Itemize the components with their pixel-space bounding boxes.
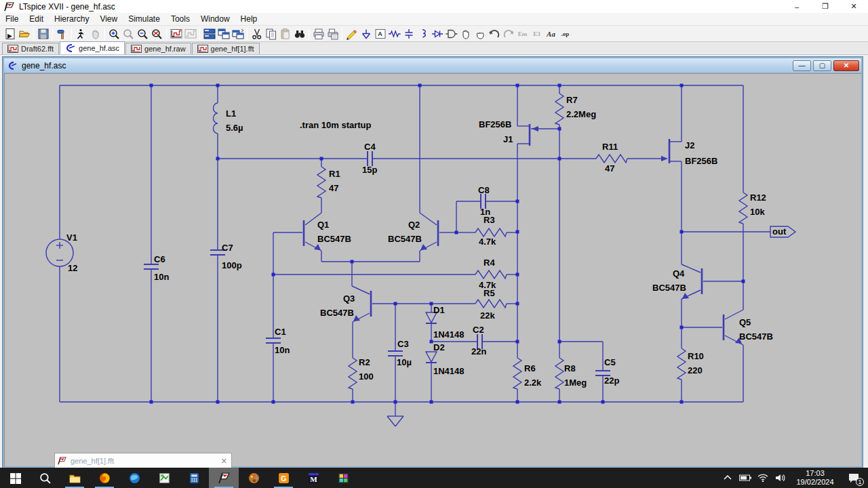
tab-gene-hf-raw[interactable]: gene_hf.raw <box>125 43 191 54</box>
capacitor-button[interactable] <box>401 27 416 41</box>
tab-draft62-fft[interactable]: Draft62.fft <box>2 43 59 54</box>
copy-button[interactable] <box>264 27 278 41</box>
svg-text:C1: C1 <box>275 327 286 337</box>
toolbar-separator <box>52 28 53 40</box>
zoom-in-button[interactable] <box>107 27 121 41</box>
toolbar-separator <box>166 28 167 40</box>
zoom-out-button[interactable] <box>136 27 150 41</box>
svg-text:BC547B: BC547B <box>652 283 686 293</box>
tray-chevron-icon[interactable] <box>720 468 735 488</box>
taskbar-m-app-icon[interactable]: M <box>298 468 328 488</box>
taskbar-start-button[interactable] <box>0 468 30 488</box>
menu-item-window[interactable]: Window <box>195 13 235 25</box>
drag-button[interactable] <box>473 27 487 41</box>
control-panel-button[interactable] <box>55 27 69 41</box>
taskbar-explorer-icon[interactable] <box>60 468 90 488</box>
taskbar-clock[interactable]: 17:03 19/02/2024 <box>791 469 840 487</box>
volume-icon[interactable] <box>773 468 788 488</box>
taskbar-calculator-icon[interactable] <box>179 468 209 488</box>
taskbar-green-app-icon[interactable] <box>149 468 179 488</box>
resistor-button[interactable] <box>387 27 401 41</box>
redo-button[interactable] <box>501 27 515 41</box>
svg-text:M: M <box>310 474 317 483</box>
run-button[interactable] <box>74 27 88 41</box>
menu-item-edit[interactable]: Edit <box>24 13 49 25</box>
taskbar-tiles-app-icon[interactable] <box>328 468 358 488</box>
svg-text:C6: C6 <box>154 254 165 264</box>
open-button[interactable] <box>17 27 31 41</box>
taskbar-browser-blue-icon[interactable] <box>119 468 149 488</box>
svg-text:220: 220 <box>688 365 703 375</box>
print-button[interactable] <box>311 27 326 41</box>
taskbar-g-app-icon[interactable]: G <box>269 468 298 488</box>
taskbar-ltspice-icon[interactable] <box>209 468 239 488</box>
plot-disabled-button[interactable] <box>183 27 197 41</box>
svg-text:R12: R12 <box>750 192 766 203</box>
menu-item-file[interactable]: File <box>0 13 24 25</box>
tab-gene-hf-1-fft[interactable]: gene_hf[1].fft <box>192 43 260 54</box>
svg-text:R7: R7 <box>566 95 578 105</box>
svg-text:Q5: Q5 <box>739 317 751 327</box>
new-schematic-button[interactable] <box>3 27 17 41</box>
window-maximize-button[interactable]: ❐ <box>811 0 840 13</box>
menu-item-view[interactable]: View <box>94 13 123 25</box>
menu-bar: FileEditHierarchyViewSimulateToolsWindow… <box>0 13 868 26</box>
svg-text:C4: C4 <box>364 142 376 152</box>
menu-item-hierarchy[interactable]: Hierarchy <box>49 13 94 25</box>
mirror-button[interactable]: Em <box>515 27 530 41</box>
tile-vertical-button[interactable] <box>216 27 231 41</box>
zoom-back-button[interactable] <box>121 27 136 41</box>
wifi-icon[interactable] <box>755 468 770 488</box>
window-minimize-button[interactable]: – <box>783 0 811 13</box>
move-button[interactable] <box>458 27 473 41</box>
child-titlebar[interactable]: gene_hf.asc <box>4 58 861 73</box>
halt-button[interactable] <box>88 27 102 41</box>
child-minimize-button[interactable]: — <box>793 60 811 71</box>
taskbar-palette-app-icon[interactable] <box>239 468 269 488</box>
child-maximize-button[interactable]: ▢ <box>813 60 831 71</box>
schematic-canvas[interactable]: L15.6µ.tran 10m startupC415pR147V112C610… <box>4 73 861 466</box>
child-close-button[interactable]: ✕ <box>833 60 859 71</box>
rotate-button[interactable]: E3 <box>530 27 544 41</box>
mini-window-gene-hf1-fft[interactable]: gene_hf[1].fft ✕ <box>54 453 232 469</box>
draw-wire-button[interactable] <box>344 27 359 41</box>
undo-button[interactable] <box>487 27 501 41</box>
svg-text:C8: C8 <box>478 185 490 195</box>
menu-item-simulate[interactable]: Simulate <box>123 13 165 25</box>
inductor-button[interactable] <box>416 27 430 41</box>
text-tool-button[interactable]: Aa <box>544 27 558 41</box>
cut-button[interactable] <box>250 27 264 41</box>
svg-text:out: out <box>772 226 787 237</box>
tile-horizontal-button[interactable] <box>202 27 216 41</box>
taskbar-search-icon[interactable] <box>30 468 60 488</box>
taskbar-firefox-icon[interactable] <box>90 468 119 488</box>
battery-icon[interactable] <box>738 468 753 488</box>
svg-text:R10: R10 <box>688 351 704 361</box>
zoom-extents-button[interactable] <box>150 27 164 41</box>
tab-gene-hf-asc[interactable]: gene_hf.asc <box>60 41 125 54</box>
ground-button[interactable] <box>359 27 373 41</box>
menu-item-help[interactable]: Help <box>235 13 263 25</box>
svg-text:R1: R1 <box>329 169 340 179</box>
net-label-button[interactable]: A <box>373 27 387 41</box>
menu-item-tools[interactable]: Tools <box>165 13 195 25</box>
print-preview-button[interactable] <box>326 27 340 41</box>
svg-text:J2: J2 <box>685 140 694 150</box>
svg-text:10k: 10k <box>750 207 765 217</box>
notification-badge: 1 <box>856 478 864 486</box>
taskbar-apps: GM <box>0 468 358 488</box>
component-button[interactable] <box>444 27 458 41</box>
mini-window-close-button[interactable]: ✕ <box>221 457 227 466</box>
cascade-button[interactable] <box>231 27 245 41</box>
svg-text:Q2: Q2 <box>408 220 420 230</box>
svg-text:100p: 100p <box>222 260 242 270</box>
paste-button[interactable] <box>278 27 292 41</box>
save-button[interactable] <box>36 27 50 41</box>
plot-settings-button[interactable] <box>169 27 183 41</box>
diode-button[interactable] <box>430 27 444 41</box>
svg-text:C2: C2 <box>473 325 484 335</box>
notification-center-icon[interactable]: 1 <box>842 468 865 488</box>
window-close-button[interactable]: ✕ <box>840 0 868 13</box>
spice-directive-button[interactable]: .op <box>558 27 572 41</box>
find-button[interactable] <box>292 27 307 41</box>
